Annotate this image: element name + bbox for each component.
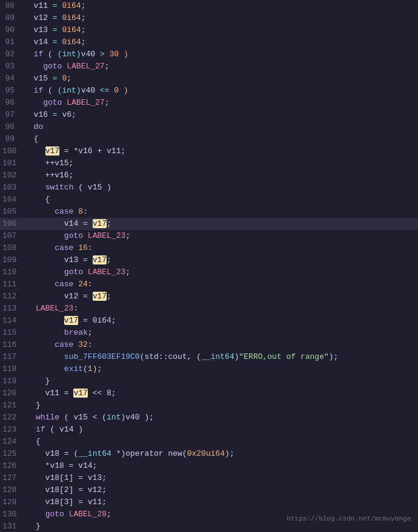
code-line: 91 v14 = 0i64; xyxy=(0,36,418,48)
line-content: v11 = 0i64; xyxy=(22,0,418,12)
code-line: 102 ++v16; xyxy=(0,169,418,182)
code-line: 109 v13 = v17; xyxy=(0,254,418,266)
line-number: 102 xyxy=(0,169,24,182)
code-line: 119 } xyxy=(0,375,418,387)
code-line: 126 *v18 = v14; xyxy=(0,460,418,472)
line-content: { xyxy=(24,436,418,448)
line-content: if ( (int)v40 > 30 ) xyxy=(22,48,418,61)
code-line: 125 v18 = (__int64 *)operator new(0x20ui… xyxy=(0,448,418,460)
line-content: switch ( v15 ) xyxy=(24,182,418,194)
line-number: 113 xyxy=(0,303,24,315)
code-line: 115 break; xyxy=(0,327,418,339)
line-number: 96 xyxy=(0,97,22,109)
line-content: v18[2] = v12; xyxy=(24,484,418,496)
line-content: { xyxy=(22,133,418,145)
highlighted-var: v17 xyxy=(93,255,107,264)
line-content: v17 = 0i64; xyxy=(24,315,418,327)
code-line: 116 case 32: xyxy=(0,339,418,351)
line-content: do xyxy=(22,121,418,133)
line-number: 120 xyxy=(0,387,24,399)
code-line: 96 goto LABEL_27; xyxy=(0,97,418,109)
line-number: 97 xyxy=(0,109,22,121)
line-content: v16 = v6; xyxy=(22,109,418,121)
line-content: case 8: xyxy=(24,206,418,218)
line-content: ++v15; xyxy=(24,157,418,169)
line-content: v11 = v17 << 8; xyxy=(24,387,418,399)
code-line: 101 ++v15; xyxy=(0,157,418,169)
line-number: 90 xyxy=(0,24,22,36)
line-number: 104 xyxy=(0,194,24,206)
line-number: 126 xyxy=(0,460,24,472)
line-content: v17 = *v16 + v11; xyxy=(24,145,418,157)
line-content: case 32: xyxy=(24,339,418,351)
highlighted-var: v17 xyxy=(45,146,59,156)
code-line: 113 LABEL_23: xyxy=(0,303,418,315)
line-content: break; xyxy=(24,327,418,339)
line-number: 107 xyxy=(0,230,24,242)
code-line: 122 while ( v15 < (int)v40 ); xyxy=(0,412,418,424)
line-content: } xyxy=(24,375,418,387)
highlighted-var: v17 xyxy=(93,292,107,301)
line-number: 125 xyxy=(0,448,24,460)
code-line: 111 case 24: xyxy=(0,278,418,291)
code-line: 98 do xyxy=(0,121,418,133)
line-number: 119 xyxy=(0,375,24,387)
line-number: 111 xyxy=(0,278,24,291)
line-content: if ( (int)v40 <= 0 ) xyxy=(22,85,418,97)
code-line: 95 if ( (int)v40 <= 0 ) xyxy=(0,85,418,97)
line-content: goto LABEL_23; xyxy=(24,230,418,242)
line-content: case 24: xyxy=(24,278,418,291)
line-number: 114 xyxy=(0,315,24,327)
line-number: 115 xyxy=(0,327,24,339)
code-line: 108 case 16: xyxy=(0,242,418,254)
code-line: 97 v16 = v6; xyxy=(0,109,418,121)
code-line: 88 v11 = 0i64; xyxy=(0,0,418,12)
code-line: 107 goto LABEL_23; xyxy=(0,230,418,242)
code-line: 124 { xyxy=(0,436,418,448)
line-number: 88 xyxy=(0,0,22,12)
line-content: v18[1] = v13; xyxy=(24,472,418,484)
code-line: 118 exit(1); xyxy=(0,363,418,375)
code-line: 100 v17 = *v16 + v11; xyxy=(0,145,418,157)
code-line: 114 v17 = 0i64; xyxy=(0,315,418,327)
line-content: } xyxy=(24,399,418,412)
line-number: 130 xyxy=(0,508,24,521)
line-number: 106 xyxy=(0,218,24,230)
line-content: while ( v15 < (int)v40 ); xyxy=(24,412,418,424)
line-number: 92 xyxy=(0,48,22,61)
line-number: 93 xyxy=(0,61,22,73)
line-number: 94 xyxy=(0,73,22,85)
line-content: LABEL_23: xyxy=(24,303,418,315)
line-content: v18[3] = v11; xyxy=(24,496,418,508)
line-content: { xyxy=(24,194,418,206)
code-line: 89 v12 = 0i64; xyxy=(0,12,418,24)
line-content: v13 = v17; xyxy=(24,254,418,266)
line-number: 118 xyxy=(0,363,24,375)
line-number: 105 xyxy=(0,206,24,218)
highlighted-var: v17 xyxy=(93,219,107,228)
code-line: 127 v18[1] = v13; xyxy=(0,472,418,484)
highlighted-var: v17 xyxy=(64,316,78,325)
line-number: 129 xyxy=(0,496,24,508)
line-number: 110 xyxy=(0,266,24,278)
code-line: 129 v18[3] = v11; xyxy=(0,496,418,508)
code-line: 92 if ( (int)v40 > 30 ) xyxy=(0,48,418,61)
highlighted-var: v17 xyxy=(73,389,87,398)
line-number: 89 xyxy=(0,12,22,24)
line-number: 127 xyxy=(0,472,24,484)
line-content: exit(1); xyxy=(24,363,418,375)
code-line: 103 switch ( v15 ) xyxy=(0,182,418,194)
line-number: 98 xyxy=(0,121,22,133)
line-content: goto LABEL_27; xyxy=(22,97,418,109)
line-content: v13 = 0i64; xyxy=(22,24,418,36)
code-line: 112 v12 = v17; xyxy=(0,291,418,303)
code-line: 128 v18[2] = v12; xyxy=(0,484,418,496)
line-content: v15 = 0; xyxy=(22,73,418,85)
line-content: v12 = v17; xyxy=(24,291,418,303)
line-number: 121 xyxy=(0,399,24,412)
line-number: 108 xyxy=(0,242,24,254)
code-line: 121 } xyxy=(0,399,418,412)
code-container: 88 v11 = 0i64;89 v12 = 0i64;90 v13 = 0i6… xyxy=(0,0,418,532)
code-line: 104 { xyxy=(0,194,418,206)
line-number: 103 xyxy=(0,182,24,194)
